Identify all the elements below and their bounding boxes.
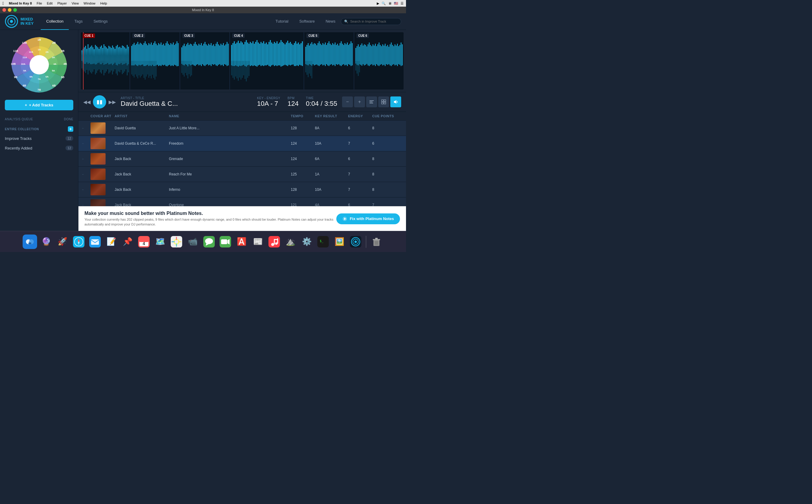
tab-collection[interactable]: Collection: [41, 13, 69, 30]
tab-news[interactable]: News: [320, 13, 341, 30]
table-row[interactable]: ·· Jack Back Reach For Me 125 1A 7 8: [78, 167, 406, 182]
decrease-button[interactable]: −: [342, 96, 353, 107]
svg-rect-80: [96, 61, 97, 73]
dock-siri[interactable]: 🔮: [39, 235, 53, 249]
svg-rect-251: [274, 42, 275, 66]
table-row[interactable]: ·· Jack Back Overtone 121 4A 6 7: [78, 197, 406, 206]
cue-segment-3[interactable]: CUE 3: [181, 32, 230, 90]
artist-name: Jack Back: [115, 172, 169, 176]
row-dots: ··: [82, 142, 90, 145]
window-menu[interactable]: Window: [84, 2, 95, 5]
search-input[interactable]: [350, 20, 398, 23]
sidebar-item-recently-added[interactable]: Recently Added 12: [0, 143, 78, 153]
dock-trash[interactable]: [369, 235, 384, 249]
svg-rect-83: [100, 61, 101, 72]
add-collection-button[interactable]: +: [68, 126, 73, 132]
dock-settings[interactable]: ⚙️: [299, 235, 314, 249]
dock-terminal[interactable]: $_: [316, 235, 330, 249]
svg-rect-250: [272, 44, 273, 65]
svg-rect-88: [106, 61, 107, 71]
col-cover-header: COVER ART: [90, 114, 115, 118]
svg-rect-93: [112, 61, 113, 74]
add-tracks-button[interactable]: + + Add Tracks: [5, 100, 73, 110]
tab-tutorial[interactable]: Tutorial: [270, 13, 294, 30]
play-pause-button[interactable]: ▮▮: [93, 95, 106, 109]
maximize-button[interactable]: [13, 8, 17, 12]
svg-rect-74: [89, 61, 90, 71]
col-key-header: KEY RESULT: [315, 114, 348, 118]
platinum-icon: [342, 216, 347, 221]
svg-rect-98: [118, 61, 119, 71]
close-button[interactable]: [2, 8, 6, 12]
player-menu[interactable]: Player: [57, 2, 67, 5]
dock-safari[interactable]: [71, 235, 86, 249]
dock-music[interactable]: [267, 235, 281, 249]
view-menu[interactable]: View: [71, 2, 79, 5]
svg-rect-308: [330, 44, 331, 65]
dock-messages[interactable]: [202, 235, 216, 249]
dock-facetime2[interactable]: [218, 235, 232, 249]
dock-finder[interactable]: [23, 235, 37, 249]
dock-notes[interactable]: 📝: [104, 235, 118, 249]
cue-segment-5[interactable]: CUE 5: [305, 32, 354, 90]
svg-rect-151: [135, 61, 136, 74]
waveform-display[interactable]: CUE 1: [81, 32, 403, 90]
svg-rect-252: [275, 43, 276, 65]
volume-button[interactable]: [390, 96, 401, 107]
edit-menu[interactable]: Edit: [47, 2, 52, 5]
minimize-button[interactable]: [8, 8, 11, 12]
col-name-header: NAME: [169, 114, 291, 118]
cue-segment-1[interactable]: CUE 1: [81, 32, 130, 90]
increase-button[interactable]: +: [354, 96, 365, 107]
dock-mixed-in-key[interactable]: [348, 235, 363, 249]
dock-facetime[interactable]: 📹: [185, 235, 200, 249]
table-row[interactable]: ·· Jack Back Grenade 124 6A 6 8: [78, 151, 406, 167]
svg-rect-239: [258, 43, 259, 65]
cue-segment-2[interactable]: CUE 2: [131, 32, 180, 90]
app-window: MIXED IN KEY Collection Tags Settings Tu…: [0, 13, 406, 231]
dock-calendar[interactable]: 4: [137, 235, 151, 249]
table-row[interactable]: ·· David Guetta & CeCe R... Freedom 124 …: [78, 136, 406, 151]
svg-rect-265: [292, 45, 293, 65]
dock-maps[interactable]: 🗺️: [153, 235, 167, 249]
dock-altimeter[interactable]: ⛰️: [283, 235, 298, 249]
dock-stickies[interactable]: 📌: [120, 235, 135, 249]
tab-settings[interactable]: Settings: [88, 13, 113, 30]
menu-bar-flag: 🇺🇸: [394, 2, 398, 5]
dock-preview[interactable]: 🖼️: [332, 235, 346, 249]
tab-tags[interactable]: Tags: [69, 13, 88, 30]
sidebar-item-improve-tracks[interactable]: Improve Tracks 12: [0, 134, 78, 143]
svg-rect-199: [216, 42, 217, 66]
svg-rect-272: [302, 41, 303, 66]
tab-software[interactable]: Software: [294, 13, 320, 30]
svg-rect-339: [361, 43, 362, 66]
dock-appstore[interactable]: 🅰️: [234, 235, 249, 249]
grid-button[interactable]: [378, 96, 389, 107]
align-button[interactable]: [366, 96, 377, 107]
svg-rect-314: [337, 44, 338, 65]
table-row[interactable]: ·· David Guetta Just A Little More... 12…: [78, 121, 406, 136]
svg-rect-256: [280, 40, 281, 67]
svg-rect-249: [271, 43, 272, 65]
svg-rect-396: [91, 239, 99, 245]
file-menu[interactable]: File: [37, 2, 42, 5]
svg-rect-138: [167, 41, 168, 66]
svg-rect-332: [311, 61, 312, 78]
cue-segment-4[interactable]: CUE 4: [230, 32, 304, 90]
help-menu[interactable]: Help: [100, 2, 107, 5]
apple-menu[interactable]: : [2, 1, 4, 6]
svg-rect-259: [284, 44, 285, 65]
svg-rect-183: [197, 46, 198, 64]
search-box[interactable]: 🔍: [341, 18, 401, 25]
dock-mail[interactable]: [88, 235, 102, 249]
dock-photos[interactable]: [169, 235, 184, 249]
dock-rocket[interactable]: 🚀: [55, 235, 70, 249]
table-row[interactable]: ·· Jack Back Inferno 128 10A 7 8: [78, 182, 406, 197]
prev-button[interactable]: ◀◀: [83, 99, 90, 105]
app-menu[interactable]: Mixed In Key 8: [9, 2, 32, 5]
next-button[interactable]: ▶▶: [109, 99, 116, 105]
menu-bar-icon-2[interactable]: 🔍: [381, 2, 386, 5]
dock-news[interactable]: 📰: [251, 235, 265, 249]
fix-with-platinum-button[interactable]: Fix with Platinum Notes: [336, 213, 400, 224]
cue-segment-6[interactable]: CUE 6: [355, 32, 403, 90]
